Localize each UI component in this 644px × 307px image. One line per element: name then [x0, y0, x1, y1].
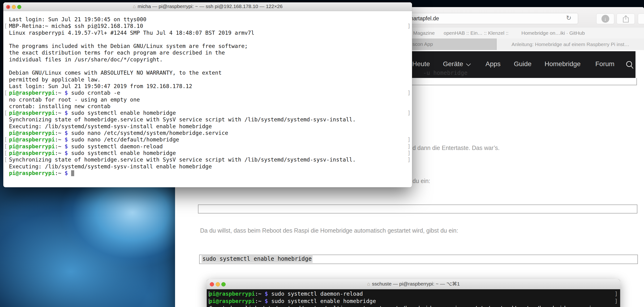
terminal-line: [pi@raspberrypi:~ $ sudo systemctl daemo…: [3, 143, 412, 150]
terminal-cursor: [71, 170, 74, 176]
terminal-line: no crontab for root - using an empty one: [3, 96, 412, 103]
terminal-line: permitted by applicable law.: [3, 76, 412, 83]
terminal-line: [3, 36, 412, 43]
command-text: sudo systemctl enable homebridge: [71, 110, 176, 116]
command-text: sudo crontab -e: [71, 90, 120, 96]
prompt-symbol: $: [64, 110, 71, 116]
nav-item-gerte[interactable]: Geräte: [443, 60, 470, 68]
prompt-user-host: pi@raspberrypi: [9, 90, 55, 96]
nav-item-heute[interactable]: Heute: [412, 60, 430, 68]
desktop: { "wallpaper": {"accent": "#4fb3e8", "ba…: [0, 0, 644, 307]
proxy-home-icon: ⌂: [367, 281, 370, 286]
search-icon[interactable]: [625, 60, 634, 70]
terminal-line: pi@raspberrypi:~ $: [3, 170, 412, 176]
prompt-user-host: pi@raspberrypi: [9, 110, 55, 116]
terminal-line: pi@raspberrypi:~ $ sudo nano /etc/system…: [3, 130, 412, 136]
terminal-line: individual files in /usr/share/doc/*/cop…: [3, 56, 412, 63]
terminal-line: [pi@raspberrypi:~ $ sudo crontab -e]: [3, 90, 412, 96]
terminal-line: [pi@raspberrypi:~ $ sudo systemctl daemo…: [207, 290, 620, 298]
prompt-symbol: $: [64, 136, 71, 143]
terminal-line: [pi@raspberrypi:~ $ sudo systemctl enabl…: [207, 298, 620, 305]
terminal-line: [MBP-Retina:~ micha$ ssh pi@192.168.178.…: [3, 23, 412, 29]
terminal-line: Executing: /lib/systemd/systemd-sysv-ins…: [3, 163, 412, 170]
prompt-symbol: $: [64, 170, 71, 176]
page-paragraph-fragment: d dann die Entertaste. Das war’s.: [412, 144, 500, 151]
page-code-fragment: -u homebridge: [423, 70, 468, 76]
window-title: ⌂micha — pi@raspberrypi: ~ — ssh pi@192.…: [3, 4, 412, 9]
prompt-symbol: $: [64, 130, 71, 136]
prompt-user-host: pi@raspberrypi: [9, 136, 55, 143]
terminal-line: Debian GNU/Linux comes with ABSOLUTELY N…: [3, 70, 412, 76]
command-text: sudo nano /etc/systemd/system/homebridge…: [71, 130, 228, 136]
nav-item-forum[interactable]: Forum: [595, 60, 614, 68]
share-button[interactable]: [616, 14, 635, 24]
terminal-content[interactable]: Last login: Sun Jul 21 19:50:45 on ttys0…: [3, 13, 412, 190]
terminal-line: The programs included with the Debian GN…: [3, 43, 412, 49]
prompt-user-host: pi@raspberrypi: [9, 150, 55, 156]
front-terminal-titlebar[interactable]: ⌂micha — pi@raspberrypi: ~ — ssh pi@192.…: [3, 2, 412, 11]
prompt-symbol: $: [264, 298, 271, 304]
terminal-line: [pi@raspberrypi:~ $ sudo systemctl enabl…: [3, 150, 412, 156]
terminal-line: [3, 63, 412, 70]
page-paragraph-fragment: du ein:: [412, 178, 430, 184]
new-tab-button[interactable]: [638, 14, 644, 24]
chevron-down-icon: [466, 62, 471, 66]
window-title: ⌂sschuste — pi@raspberrypi: ~ — ⌥⌘1: [207, 281, 620, 287]
embedded-terminal-window: ⌂sschuste — pi@raspberrypi: ~ — ⌥⌘1 [pi@…: [207, 279, 620, 307]
proxy-home-icon: ⌂: [133, 4, 136, 9]
terminal-line: [Synchronizing state of homebridge.servi…: [3, 156, 412, 163]
terminal-line: crontab: installing new crontab: [3, 103, 412, 110]
command-text: sudo systemctl daemon-reload: [71, 143, 163, 150]
download-icon: ↓: [602, 15, 609, 23]
terminal-line: [pi@raspberrypi:~ $ sudo systemctl enabl…: [3, 110, 412, 116]
prompt-user-host: pi@raspberrypi: [209, 298, 255, 304]
prompt-symbol: $: [64, 143, 71, 150]
nav-item-apps[interactable]: Apps: [486, 60, 500, 68]
code-input-box[interactable]: sudo systemctl enable homebridge: [199, 254, 638, 264]
prompt-symbol: $: [64, 90, 71, 96]
tab-active[interactable]: Anleitung: Homebridge auf einem Raspberr…: [496, 38, 644, 50]
code-input-box[interactable]: [198, 204, 638, 214]
terminal-line: Synchronizing state of homebridge.servic…: [3, 116, 412, 123]
command-text: sudo systemctl enable homebridge: [271, 298, 376, 304]
prompt-symbol: $: [64, 150, 71, 156]
front-terminal-window: ⌂micha — pi@raspberrypi: ~ — ssh pi@192.…: [3, 2, 412, 187]
command-text: sudo nano /etc/default/homebridge: [71, 136, 179, 143]
downloads-button[interactable]: ↓: [596, 14, 614, 24]
terminal-line: [pi@raspberrypi:~ $ sudo nano /etc/defau…: [3, 136, 412, 143]
tab-inactive[interactable]: scon App: [412, 41, 433, 47]
reload-icon[interactable]: ↻: [566, 14, 572, 22]
nav-item-guide[interactable]: Guide: [514, 60, 532, 68]
favorite-item[interactable]: openHAB :: Ein… :: Klenzel ::: [444, 30, 508, 36]
favorite-item[interactable]: Homebridge on…iki · GitHub: [522, 30, 585, 36]
tab-active-label: Anleitung: Homebridge auf einem Raspberr…: [512, 42, 629, 47]
prompt-user-host: pi@raspberrypi: [209, 291, 255, 297]
embedded-terminal-titlebar[interactable]: ⌂sschuste — pi@raspberrypi: ~ — ⌥⌘1: [207, 279, 620, 289]
terminal-line: Last login: Sun Jul 21 19:50:47 2019 fro…: [3, 83, 412, 90]
prompt-symbol: $: [264, 291, 271, 297]
page-paragraph: Da du willst, dass beim Reboot des Raspi…: [200, 227, 458, 234]
terminal-line: Created symlink /etc/systemd/system/mult…: [207, 305, 620, 307]
favorite-item[interactable]: Magazine: [413, 30, 435, 36]
terminal-line: Linux raspberrypi 4.19.57-v7l+ #1244 SMP…: [3, 30, 412, 36]
share-icon: [622, 15, 629, 23]
prompt-user-host: pi@raspberrypi: [9, 130, 55, 136]
terminal-line: the exact distribution terms for each pr…: [3, 49, 412, 56]
terminal-line: Last login: Sun Jul 21 19:50:45 on ttys0…: [3, 16, 412, 23]
terminal-line: Executing: /lib/systemd/systemd-sysv-ins…: [3, 123, 412, 130]
selected-code-text[interactable]: sudo systemctl enable homebridge: [202, 255, 312, 263]
prompt-user-host: pi@raspberrypi: [9, 143, 55, 150]
terminal-content[interactable]: [pi@raspberrypi:~ $ sudo systemctl daemo…: [207, 289, 620, 307]
command-text: sudo systemctl daemon-reload: [271, 291, 363, 297]
prompt-user-host: pi@raspberrypi: [9, 170, 55, 176]
nav-item-homebridge[interactable]: Homebridge: [544, 60, 581, 68]
command-text: sudo systemctl enable homebridge: [71, 150, 176, 156]
